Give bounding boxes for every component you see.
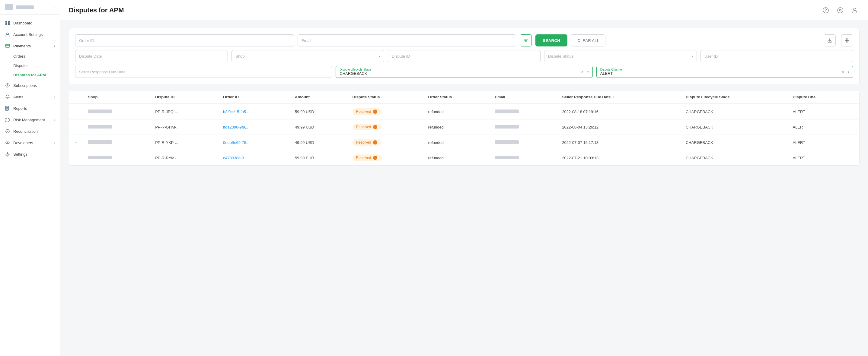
sidebar-item-reports[interactable]: Reports › bbox=[0, 103, 60, 114]
row-arrow-cell[interactable]: → bbox=[69, 135, 83, 150]
email-blurred bbox=[495, 156, 519, 159]
email-blurred bbox=[495, 109, 519, 113]
dispute-status-badge: Resolved ! bbox=[352, 108, 381, 115]
sidebar-expand-icon[interactable]: › bbox=[54, 5, 55, 9]
svg-rect-0 bbox=[5, 21, 7, 23]
seller-response-due-date-input[interactable]: Seller Response Due Date bbox=[75, 66, 332, 78]
dispute-status-chevron-icon: ▾ bbox=[691, 55, 693, 58]
shop-blurred bbox=[88, 156, 112, 159]
columns-button[interactable] bbox=[841, 34, 853, 46]
order-id-link[interactable]: ffda2090-9f9... bbox=[223, 125, 248, 129]
sidebar-header: › bbox=[0, 0, 60, 15]
sidebar-item-risk-management[interactable]: Risk Management › bbox=[0, 114, 60, 126]
row-order-id-cell[interactable]: b3f0ce15-fb5... bbox=[218, 104, 290, 120]
col-order-id: Order ID bbox=[218, 91, 290, 104]
row-dispute-status-cell: Resolved ! bbox=[348, 104, 424, 120]
row-lifecycle-stage-cell: CHARGEBACK bbox=[681, 135, 788, 150]
dispute-channel-content: Dispute Channel ALERT bbox=[600, 68, 839, 76]
shop-select[interactable]: Shop ▾ bbox=[231, 50, 384, 62]
row-shop-cell bbox=[83, 104, 150, 120]
lifecycle-stage-close-icon[interactable]: × bbox=[581, 69, 583, 74]
sidebar-item-payments[interactable]: Payments ▾ bbox=[0, 40, 60, 52]
sidebar-item-dashboard[interactable]: Dashboard bbox=[0, 17, 60, 29]
payments-icon bbox=[5, 43, 10, 48]
order-id-link[interactable]: b3f0ce15-fb5... bbox=[223, 109, 249, 114]
settings-chevron-icon: › bbox=[54, 153, 55, 156]
row-arrow-cell[interactable]: → bbox=[69, 120, 83, 135]
shop-blurred bbox=[88, 140, 112, 144]
row-order-status-cell: refunded bbox=[424, 150, 490, 166]
dispute-channel-close-icon[interactable]: × bbox=[842, 69, 844, 74]
sidebar-item-subscriptions[interactable]: Subscriptions › bbox=[0, 79, 60, 91]
sidebar-item-alerts[interactable]: Alerts › bbox=[0, 91, 60, 103]
dispute-channel-filter-tag[interactable]: Dispute Channel ALERT × ▾ bbox=[596, 66, 853, 78]
lifecycle-stage-content: Dispute Lifecycle Stage CHARGEBACK bbox=[340, 68, 579, 76]
row-order-id-cell[interactable]: ffda2090-9f9... bbox=[218, 120, 290, 135]
user-id-input[interactable]: User ID bbox=[701, 50, 853, 62]
lifecycle-stage-filter-tag[interactable]: Dispute Lifecycle Stage CHARGEBACK × ▾ bbox=[336, 66, 592, 78]
lifecycle-stage-chevron-icon[interactable]: ▾ bbox=[587, 70, 589, 74]
search-button[interactable]: SEARCH bbox=[535, 34, 567, 46]
sidebar-item-label: Account Settings bbox=[13, 32, 43, 37]
filter-row-1: SEARCH CLEAR ALL bbox=[75, 34, 853, 46]
developers-icon bbox=[5, 140, 10, 145]
reconciliation-chevron-icon: › bbox=[54, 130, 55, 133]
row-shop-cell bbox=[83, 150, 150, 166]
developers-chevron-icon: › bbox=[54, 141, 55, 144]
sidebar-item-disputes[interactable]: Disputes bbox=[13, 61, 60, 70]
svg-rect-2 bbox=[5, 23, 7, 25]
sidebar-item-orders[interactable]: Orders bbox=[13, 52, 60, 61]
filter-row-2: Dispute Date Shop ▾ Dispute ID Dispute S… bbox=[75, 50, 853, 62]
row-seller-response-date-cell: 2022-07-21 10:03:13 bbox=[557, 150, 681, 166]
row-lifecycle-stage-cell: CHARGEBACK bbox=[681, 104, 788, 120]
sidebar-item-label: Alerts bbox=[13, 95, 23, 99]
filter-options-button[interactable] bbox=[520, 34, 532, 46]
sidebar-item-label: Payments bbox=[13, 44, 31, 48]
svg-point-9 bbox=[7, 154, 8, 155]
row-order-id-cell[interactable]: e478038d-9... bbox=[218, 150, 290, 166]
dispute-status-badge: Resolved ! bbox=[352, 139, 381, 146]
row-dispute-channel-cell: ALERT bbox=[788, 135, 859, 150]
row-order-id-cell[interactable]: 0edb9e69-76... bbox=[218, 135, 290, 150]
row-dispute-channel-cell: ALERT bbox=[788, 150, 859, 166]
sidebar-logo bbox=[5, 4, 34, 10]
row-arrow-cell[interactable]: → bbox=[69, 150, 83, 166]
row-dispute-channel-cell: ALERT bbox=[788, 104, 859, 120]
sort-icon[interactable]: ≡ bbox=[613, 95, 615, 99]
warning-icon: ! bbox=[373, 156, 377, 160]
user-account-icon[interactable] bbox=[850, 5, 860, 15]
svg-point-11 bbox=[826, 11, 826, 12]
row-email-cell bbox=[490, 104, 557, 120]
download-button[interactable] bbox=[824, 34, 836, 46]
dispute-channel-chevron-icon[interactable]: ▾ bbox=[848, 70, 849, 74]
col-email: Email bbox=[490, 91, 557, 104]
table-body: → PP-R-JEQ-... b3f0ce15-fb5... 59.99 USD… bbox=[69, 104, 859, 165]
dispute-id-input[interactable]: Dispute ID bbox=[388, 50, 540, 62]
sidebar-item-developers[interactable]: Developers › bbox=[0, 137, 60, 149]
notifications-icon[interactable] bbox=[835, 5, 845, 15]
sidebar-item-settings[interactable]: Settings › bbox=[0, 149, 60, 160]
sidebar-item-reconciliation[interactable]: Reconciliation › bbox=[0, 126, 60, 137]
sidebar-item-disputes-apm[interactable]: Disputes for APM bbox=[13, 70, 60, 79]
help-icon[interactable] bbox=[821, 5, 831, 15]
row-dispute-status-cell: Resolved ! bbox=[348, 120, 424, 135]
order-id-link[interactable]: e478038d-9... bbox=[223, 156, 247, 160]
dispute-date-input[interactable]: Dispute Date bbox=[75, 50, 228, 62]
row-order-status-cell: refunded bbox=[424, 120, 490, 135]
dispute-status-badge: Resolved ! bbox=[352, 124, 381, 130]
col-dispute-id: Dispute ID bbox=[150, 91, 218, 104]
col-shop: Shop bbox=[83, 91, 150, 104]
table-row: → PP-R-RYM-... e478038d-9... 59.99 EUR R… bbox=[69, 150, 859, 166]
order-id-input[interactable] bbox=[75, 34, 294, 46]
row-arrow-cell[interactable]: → bbox=[69, 104, 83, 120]
dispute-channel-value: ALERT bbox=[600, 71, 613, 76]
shop-chevron-icon: ▾ bbox=[379, 55, 380, 58]
clear-all-button[interactable]: CLEAR ALL bbox=[571, 34, 606, 46]
sidebar-item-account-settings[interactable]: Account Settings bbox=[0, 29, 60, 40]
email-input[interactable] bbox=[298, 34, 517, 46]
dispute-status-select[interactable]: Dispute Status ▾ bbox=[544, 50, 697, 62]
page-title: Disputes for APM bbox=[69, 6, 124, 14]
order-id-link[interactable]: 0edb9e69-76... bbox=[223, 140, 249, 145]
reports-icon bbox=[5, 106, 10, 111]
row-dispute-status-cell: Resolved ! bbox=[348, 150, 424, 166]
